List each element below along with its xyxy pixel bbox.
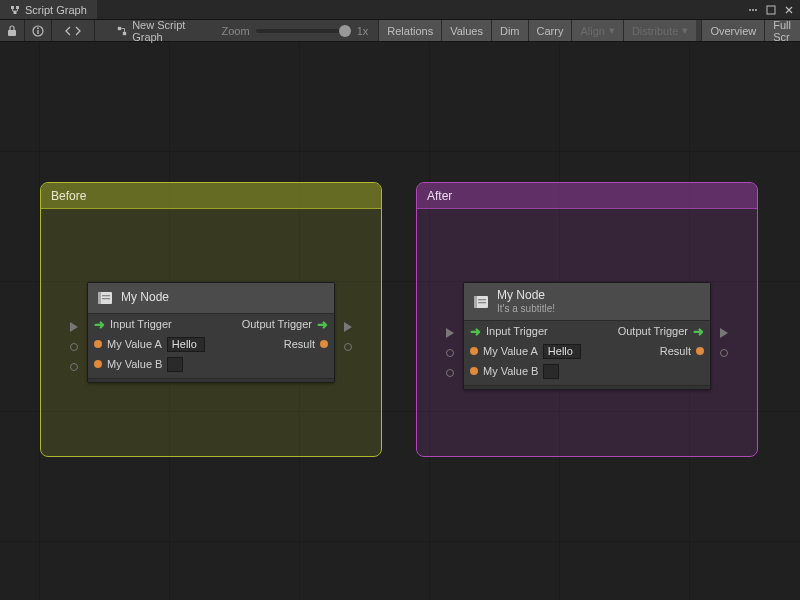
value-b-input[interactable] — [543, 364, 559, 379]
port-result: Result — [660, 345, 691, 357]
node-header[interactable]: My Node It's a subtitle! — [464, 283, 710, 321]
flow-in-icon[interactable]: ➜ — [94, 317, 105, 332]
toolbar: New Script Graph Zoom 1x Relations Value… — [0, 20, 800, 42]
lock-button[interactable] — [0, 20, 25, 41]
value-in-icon[interactable] — [94, 360, 102, 368]
svg-rect-12 — [123, 31, 126, 34]
value-out-icon[interactable] — [696, 347, 704, 355]
menu-icon[interactable] — [748, 5, 758, 15]
svg-point-3 — [749, 9, 751, 11]
info-icon — [32, 25, 44, 37]
group-title: After — [427, 189, 452, 203]
ext-value-b-in[interactable] — [442, 363, 458, 383]
group-header[interactable]: Before — [41, 183, 381, 209]
svg-rect-0 — [11, 6, 14, 9]
code-button[interactable] — [52, 20, 95, 41]
value-a-input[interactable] — [543, 344, 581, 359]
svg-point-10 — [37, 27, 39, 29]
node-before[interactable]: My Node ➜ Input Trigger Output Trigger ➜… — [87, 282, 335, 383]
graph-tab-icon — [10, 5, 20, 15]
ext-value-a-in[interactable] — [442, 343, 458, 363]
svg-rect-6 — [767, 6, 775, 14]
node-body: ➜ Input Trigger Output Trigger ➜ My Valu… — [464, 321, 710, 385]
ext-trigger-in[interactable] — [66, 317, 82, 337]
svg-point-5 — [755, 9, 757, 11]
node-subtitle: It's a subtitle! — [497, 303, 555, 315]
align-dropdown[interactable]: Align▾ — [571, 20, 622, 41]
svg-rect-1 — [16, 6, 19, 9]
chevron-down-icon: ▾ — [682, 24, 688, 37]
ext-value-b-in[interactable] — [66, 357, 82, 377]
svg-rect-18 — [474, 296, 477, 308]
node-footer — [464, 385, 710, 389]
svg-rect-14 — [98, 292, 101, 304]
port-input-trigger: Input Trigger — [110, 318, 172, 330]
chevron-down-icon: ▾ — [609, 24, 615, 37]
fullscreen-button[interactable]: Full Scr — [764, 20, 800, 41]
ext-value-a-in[interactable] — [66, 337, 82, 357]
svg-rect-9 — [37, 30, 38, 34]
svg-rect-7 — [8, 30, 16, 36]
zoom-value: 1x — [357, 25, 369, 37]
port-input-trigger: Input Trigger — [486, 325, 548, 337]
svg-rect-19 — [478, 299, 486, 300]
ext-result-out[interactable] — [716, 343, 732, 363]
tab-script-graph[interactable]: Script Graph — [0, 0, 98, 19]
ext-trigger-out[interactable] — [716, 323, 732, 343]
info-button[interactable] — [25, 20, 52, 41]
node-body: ➜ Input Trigger Output Trigger ➜ My Valu… — [88, 314, 334, 378]
group-title: Before — [51, 189, 86, 203]
relations-button[interactable]: Relations — [378, 20, 441, 41]
value-a-input[interactable] — [167, 337, 205, 352]
ext-trigger-in[interactable] — [442, 323, 458, 343]
tab-bar: Script Graph — [0, 0, 800, 20]
flow-out-icon[interactable]: ➜ — [317, 317, 328, 332]
svg-rect-2 — [14, 11, 17, 14]
value-in-icon[interactable] — [470, 347, 478, 355]
port-value-a: My Value A — [107, 338, 162, 350]
zoom-slider[interactable] — [256, 29, 351, 33]
port-value-a: My Value A — [483, 345, 538, 357]
port-output-trigger: Output Trigger — [618, 325, 688, 337]
node-icon — [472, 293, 490, 311]
breadcrumb[interactable]: New Script Graph — [110, 20, 211, 41]
distribute-dropdown[interactable]: Distribute▾ — [623, 20, 696, 41]
value-in-icon[interactable] — [470, 367, 478, 375]
svg-rect-15 — [102, 295, 110, 296]
overview-button[interactable]: Overview — [701, 20, 764, 41]
node-after[interactable]: My Node It's a subtitle! ➜ Input Trigger… — [463, 282, 711, 390]
lock-icon — [7, 25, 17, 37]
tab-label: Script Graph — [25, 4, 87, 16]
flow-in-icon[interactable]: ➜ — [470, 324, 481, 339]
svg-rect-16 — [102, 298, 110, 299]
group-header[interactable]: After — [417, 183, 757, 209]
svg-point-4 — [752, 9, 754, 11]
dim-button[interactable]: Dim — [491, 20, 528, 41]
zoom-label: Zoom — [222, 25, 250, 37]
port-value-b: My Value B — [107, 358, 162, 370]
values-button[interactable]: Values — [441, 20, 491, 41]
view-group: Relations Values Dim Carry Align▾ Distri… — [378, 20, 696, 41]
breadcrumb-label: New Script Graph — [132, 19, 204, 43]
code-icon — [64, 25, 82, 37]
port-value-b: My Value B — [483, 365, 538, 377]
node-title: My Node — [121, 291, 169, 305]
close-icon[interactable] — [784, 5, 794, 15]
graph-breadcrumb-icon — [117, 25, 127, 37]
svg-rect-11 — [118, 26, 121, 29]
graph-canvas[interactable]: Before After My Node ➜ Input Trigger Out… — [0, 42, 800, 600]
node-footer — [88, 378, 334, 382]
value-b-input[interactable] — [167, 357, 183, 372]
node-title: My Node — [497, 289, 555, 303]
ext-trigger-out[interactable] — [340, 317, 356, 337]
carry-button[interactable]: Carry — [528, 20, 572, 41]
zoom-control: Zoom 1x — [212, 20, 379, 41]
value-out-icon[interactable] — [320, 340, 328, 348]
ext-result-out[interactable] — [340, 337, 356, 357]
flow-out-icon[interactable]: ➜ — [693, 324, 704, 339]
zoom-slider-handle[interactable] — [339, 25, 351, 37]
node-header[interactable]: My Node — [88, 283, 334, 314]
maximize-icon[interactable] — [766, 5, 776, 15]
svg-rect-20 — [478, 302, 486, 303]
value-in-icon[interactable] — [94, 340, 102, 348]
